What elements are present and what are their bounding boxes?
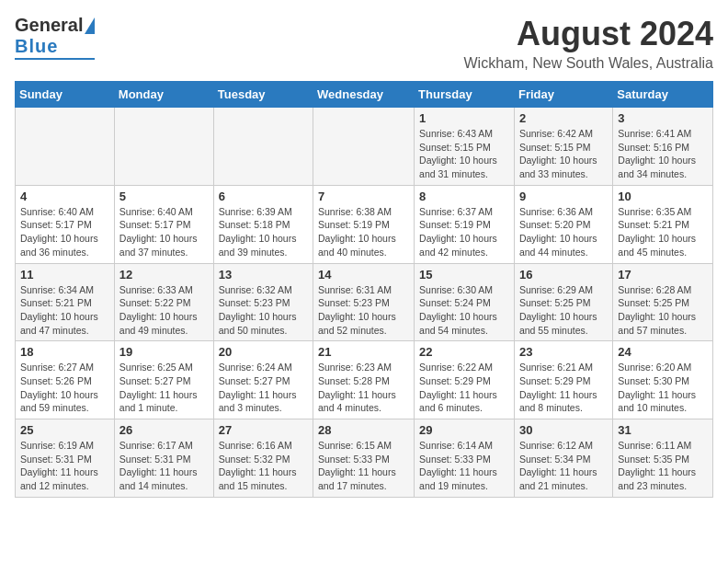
- logo-underline: [15, 58, 95, 60]
- location-title: Wickham, New South Wales, Australia: [464, 55, 714, 72]
- calendar-cell: 7Sunrise: 6:38 AM Sunset: 5:19 PM Daylig…: [313, 185, 415, 263]
- day-info: Sunrise: 6:28 AM Sunset: 5:25 PM Dayligh…: [618, 283, 708, 338]
- day-info: Sunrise: 6:31 AM Sunset: 5:23 PM Dayligh…: [318, 283, 409, 338]
- day-info: Sunrise: 6:32 AM Sunset: 5:23 PM Dayligh…: [219, 283, 308, 338]
- day-number: 31: [618, 423, 708, 437]
- calendar-cell: 30Sunrise: 6:12 AM Sunset: 5:34 PM Dayli…: [514, 419, 612, 498]
- day-info: Sunrise: 6:27 AM Sunset: 5:26 PM Dayligh…: [20, 361, 109, 415]
- day-info: Sunrise: 6:25 AM Sunset: 5:27 PM Dayligh…: [119, 361, 209, 415]
- calendar-cell: [114, 108, 213, 186]
- day-info: Sunrise: 6:11 AM Sunset: 5:35 PM Dayligh…: [618, 439, 708, 493]
- calendar-body: 1Sunrise: 6:43 AM Sunset: 5:15 PM Daylig…: [16, 108, 713, 498]
- day-number: 6: [219, 190, 308, 203]
- day-info: Sunrise: 6:15 AM Sunset: 5:33 PM Dayligh…: [318, 439, 409, 493]
- day-number: 3: [618, 111, 708, 125]
- day-info: Sunrise: 6:37 AM Sunset: 5:19 PM Dayligh…: [419, 205, 509, 259]
- calendar-cell: 20Sunrise: 6:24 AM Sunset: 5:27 PM Dayli…: [213, 341, 313, 419]
- calendar-cell: 3Sunrise: 6:41 AM Sunset: 5:16 PM Daylig…: [613, 108, 713, 186]
- day-number: 29: [419, 423, 509, 437]
- calendar-cell: 13Sunrise: 6:32 AM Sunset: 5:23 PM Dayli…: [213, 263, 313, 341]
- day-number: 19: [119, 345, 209, 359]
- day-number: 16: [519, 268, 608, 282]
- day-number: 23: [519, 345, 608, 359]
- calendar-cell: [16, 108, 115, 186]
- day-of-week-header: Thursday: [415, 82, 515, 108]
- calendar-cell: 9Sunrise: 6:36 AM Sunset: 5:20 PM Daylig…: [514, 185, 612, 263]
- calendar-week-row: 4Sunrise: 6:40 AM Sunset: 5:17 PM Daylig…: [16, 185, 713, 263]
- day-info: Sunrise: 6:30 AM Sunset: 5:24 PM Dayligh…: [419, 283, 509, 338]
- calendar-cell: 14Sunrise: 6:31 AM Sunset: 5:23 PM Dayli…: [313, 263, 415, 341]
- day-info: Sunrise: 6:12 AM Sunset: 5:34 PM Dayligh…: [519, 439, 608, 493]
- day-number: 4: [20, 190, 109, 203]
- day-number: 17: [618, 268, 708, 282]
- day-info: Sunrise: 6:39 AM Sunset: 5:18 PM Dayligh…: [219, 205, 308, 259]
- calendar-cell: 31Sunrise: 6:11 AM Sunset: 5:35 PM Dayli…: [613, 419, 713, 498]
- day-info: Sunrise: 6:40 AM Sunset: 5:17 PM Dayligh…: [119, 205, 209, 259]
- logo: General Blue: [15, 15, 95, 60]
- day-number: 5: [119, 190, 209, 203]
- logo-general-text: General: [15, 15, 83, 36]
- calendar-cell: 15Sunrise: 6:30 AM Sunset: 5:24 PM Dayli…: [415, 263, 515, 341]
- page-header: General Blue August 2024 Wickham, New So…: [15, 15, 713, 72]
- calendar-week-row: 18Sunrise: 6:27 AM Sunset: 5:26 PM Dayli…: [16, 341, 713, 419]
- calendar-week-row: 11Sunrise: 6:34 AM Sunset: 5:21 PM Dayli…: [16, 263, 713, 341]
- calendar-cell: 4Sunrise: 6:40 AM Sunset: 5:17 PM Daylig…: [16, 185, 115, 263]
- calendar-week-row: 1Sunrise: 6:43 AM Sunset: 5:15 PM Daylig…: [16, 108, 713, 186]
- day-number: 9: [519, 190, 608, 203]
- day-number: 26: [119, 423, 209, 437]
- day-info: Sunrise: 6:22 AM Sunset: 5:29 PM Dayligh…: [419, 361, 509, 415]
- day-number: 15: [419, 268, 509, 282]
- day-info: Sunrise: 6:36 AM Sunset: 5:20 PM Dayligh…: [519, 205, 608, 259]
- day-of-week-header: Tuesday: [213, 82, 313, 108]
- calendar-cell: 24Sunrise: 6:20 AM Sunset: 5:30 PM Dayli…: [613, 341, 713, 419]
- calendar-cell: 1Sunrise: 6:43 AM Sunset: 5:15 PM Daylig…: [415, 108, 515, 186]
- calendar-cell: 16Sunrise: 6:29 AM Sunset: 5:25 PM Dayli…: [514, 263, 612, 341]
- calendar-cell: 17Sunrise: 6:28 AM Sunset: 5:25 PM Dayli…: [613, 263, 713, 341]
- day-number: 28: [318, 423, 409, 437]
- day-info: Sunrise: 6:33 AM Sunset: 5:22 PM Dayligh…: [119, 283, 209, 338]
- day-number: 18: [20, 345, 109, 359]
- month-title: August 2024: [464, 15, 714, 53]
- day-info: Sunrise: 6:19 AM Sunset: 5:31 PM Dayligh…: [20, 439, 109, 493]
- calendar-cell: 27Sunrise: 6:16 AM Sunset: 5:32 PM Dayli…: [213, 419, 313, 498]
- day-number: 1: [419, 111, 509, 125]
- day-number: 12: [119, 268, 209, 282]
- logo-blue-text: Blue: [15, 36, 58, 57]
- header-row: SundayMondayTuesdayWednesdayThursdayFrid…: [16, 82, 713, 108]
- day-info: Sunrise: 6:24 AM Sunset: 5:27 PM Dayligh…: [219, 361, 308, 415]
- calendar-cell: 5Sunrise: 6:40 AM Sunset: 5:17 PM Daylig…: [114, 185, 213, 263]
- calendar-table: SundayMondayTuesdayWednesdayThursdayFrid…: [15, 81, 713, 498]
- day-info: Sunrise: 6:41 AM Sunset: 5:16 PM Dayligh…: [618, 127, 708, 181]
- calendar-header: SundayMondayTuesdayWednesdayThursdayFrid…: [16, 82, 713, 108]
- calendar-cell: 28Sunrise: 6:15 AM Sunset: 5:33 PM Dayli…: [313, 419, 415, 498]
- day-info: Sunrise: 6:21 AM Sunset: 5:29 PM Dayligh…: [519, 361, 608, 415]
- day-of-week-header: Friday: [514, 82, 612, 108]
- calendar-cell: 21Sunrise: 6:23 AM Sunset: 5:28 PM Dayli…: [313, 341, 415, 419]
- day-number: 25: [20, 423, 109, 437]
- calendar-cell: 2Sunrise: 6:42 AM Sunset: 5:15 PM Daylig…: [514, 108, 612, 186]
- calendar-cell: 22Sunrise: 6:22 AM Sunset: 5:29 PM Dayli…: [415, 341, 515, 419]
- calendar-cell: 18Sunrise: 6:27 AM Sunset: 5:26 PM Dayli…: [16, 341, 115, 419]
- day-info: Sunrise: 6:16 AM Sunset: 5:32 PM Dayligh…: [219, 439, 308, 493]
- day-info: Sunrise: 6:17 AM Sunset: 5:31 PM Dayligh…: [119, 439, 209, 493]
- calendar-cell: [213, 108, 313, 186]
- calendar-cell: 26Sunrise: 6:17 AM Sunset: 5:31 PM Dayli…: [114, 419, 213, 498]
- day-number: 24: [618, 345, 708, 359]
- day-info: Sunrise: 6:40 AM Sunset: 5:17 PM Dayligh…: [20, 205, 109, 259]
- day-number: 20: [219, 345, 308, 359]
- calendar-cell: 23Sunrise: 6:21 AM Sunset: 5:29 PM Dayli…: [514, 341, 612, 419]
- calendar-cell: 6Sunrise: 6:39 AM Sunset: 5:18 PM Daylig…: [213, 185, 313, 263]
- logo-triangle-icon: [85, 17, 95, 34]
- day-of-week-header: Saturday: [613, 82, 713, 108]
- calendar-cell: 11Sunrise: 6:34 AM Sunset: 5:21 PM Dayli…: [16, 263, 115, 341]
- day-info: Sunrise: 6:29 AM Sunset: 5:25 PM Dayligh…: [519, 283, 608, 338]
- calendar-cell: 19Sunrise: 6:25 AM Sunset: 5:27 PM Dayli…: [114, 341, 213, 419]
- day-info: Sunrise: 6:20 AM Sunset: 5:30 PM Dayligh…: [618, 361, 708, 415]
- day-number: 2: [519, 111, 608, 125]
- day-number: 30: [519, 423, 608, 437]
- day-number: 11: [20, 268, 109, 282]
- day-number: 22: [419, 345, 509, 359]
- calendar-cell: 10Sunrise: 6:35 AM Sunset: 5:21 PM Dayli…: [613, 185, 713, 263]
- calendar-cell: 29Sunrise: 6:14 AM Sunset: 5:33 PM Dayli…: [415, 419, 515, 498]
- day-number: 27: [219, 423, 308, 437]
